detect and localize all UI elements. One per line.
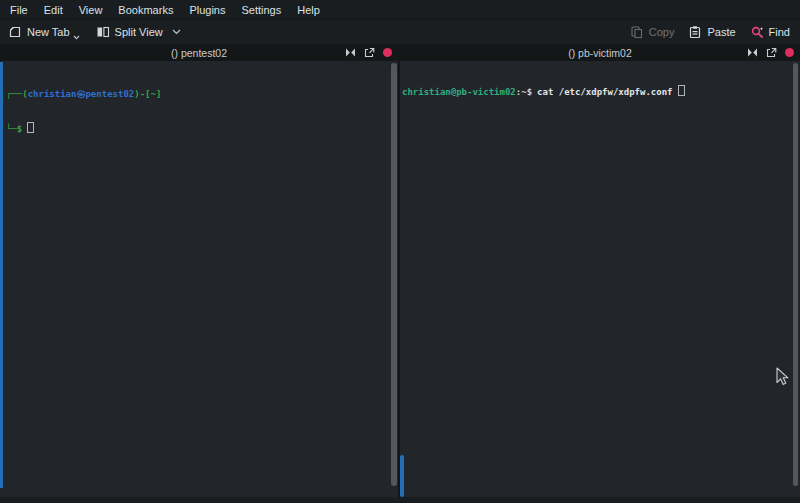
terminal-pentest02[interactable]: ┌──(christian㉿pentest02)-[~] └─$ bbox=[0, 61, 398, 497]
terminal-pb-victim02[interactable]: christian@pb-victim02:~$cat /etc/xdpfw/x… bbox=[400, 61, 800, 497]
menu-plugins[interactable]: Plugins bbox=[181, 2, 233, 18]
toolbar-right-group: Copy Paste Find bbox=[630, 25, 790, 39]
split-view-label: Split View bbox=[115, 26, 163, 38]
paste-icon bbox=[688, 25, 702, 39]
command-line: christian@pb-victim02:~$cat /etc/xdpfw/x… bbox=[402, 85, 800, 98]
find-label: Find bbox=[769, 26, 790, 38]
new-tab-label: New Tab bbox=[27, 26, 70, 38]
pane-pb-victim02-titlebar[interactable]: () pb-victim02 bbox=[400, 44, 800, 61]
maximize-pane-icon[interactable] bbox=[345, 47, 356, 58]
find-button[interactable]: Find bbox=[750, 25, 790, 39]
menu-settings[interactable]: Settings bbox=[233, 2, 289, 18]
menu-help[interactable]: Help bbox=[289, 2, 328, 18]
pane-pb-victim02: () pb-victim02 christian@pb-victim02:~$c… bbox=[400, 44, 800, 497]
prompt-line-2: └─$ bbox=[6, 122, 398, 135]
pane-pentest02-title: () pentest02 bbox=[171, 47, 227, 59]
copy-label: Copy bbox=[649, 26, 675, 38]
left-pane-scrollbar[interactable] bbox=[391, 63, 397, 486]
copy-button[interactable]: Copy bbox=[630, 25, 675, 39]
right-pane-scrollbar[interactable] bbox=[793, 63, 798, 486]
menu-bookmarks[interactable]: Bookmarks bbox=[110, 2, 181, 18]
copy-icon bbox=[630, 25, 644, 39]
pane-pentest02: () pentest02 ┌──(christian㉿pentest02)-[~… bbox=[0, 44, 398, 497]
new-tab-dropdown-caret-icon bbox=[73, 35, 80, 40]
konsole-window: { "menu": { "items": ["File", "Edit", "V… bbox=[0, 0, 800, 503]
prompt-line-1: ┌──(christian㉿pentest02)-[~] bbox=[6, 89, 398, 100]
terminal-cursor bbox=[678, 85, 685, 96]
menu-edit[interactable]: Edit bbox=[36, 2, 71, 18]
terminal-cursor bbox=[27, 122, 34, 133]
split-container: () pentest02 ┌──(christian㉿pentest02)-[~… bbox=[0, 44, 800, 497]
pane-pb-victim02-controls bbox=[747, 44, 794, 61]
new-tab-icon bbox=[8, 25, 22, 39]
detach-pane-icon[interactable] bbox=[364, 47, 375, 58]
close-pane-button[interactable] bbox=[785, 48, 794, 57]
detach-pane-icon[interactable] bbox=[766, 47, 777, 58]
split-view-button[interactable]: Split View bbox=[96, 25, 181, 39]
tool-bar: New Tab Split View Copy Paste bbox=[0, 20, 800, 45]
maximize-pane-icon[interactable] bbox=[747, 47, 758, 58]
menu-file[interactable]: File bbox=[2, 2, 36, 18]
new-tab-button[interactable]: New Tab bbox=[8, 25, 80, 39]
toolbar-left-group: New Tab Split View bbox=[8, 25, 181, 39]
close-pane-button[interactable] bbox=[383, 48, 392, 57]
find-icon bbox=[750, 25, 764, 39]
menu-view[interactable]: View bbox=[71, 2, 111, 18]
paste-button[interactable]: Paste bbox=[688, 25, 735, 39]
left-pane-scroll-indicator[interactable] bbox=[0, 62, 3, 488]
pane-pb-victim02-title: () pb-victim02 bbox=[568, 47, 632, 59]
menu-bar: File Edit View Bookmarks Plugins Setting… bbox=[0, 0, 800, 20]
split-view-chevron-down-icon bbox=[172, 29, 181, 35]
pane-pentest02-titlebar[interactable]: () pentest02 bbox=[0, 44, 398, 61]
paste-label: Paste bbox=[707, 26, 735, 38]
pane-pentest02-controls bbox=[345, 44, 392, 61]
right-pane-scroll-indicator[interactable] bbox=[400, 455, 404, 497]
split-view-icon bbox=[96, 25, 110, 39]
